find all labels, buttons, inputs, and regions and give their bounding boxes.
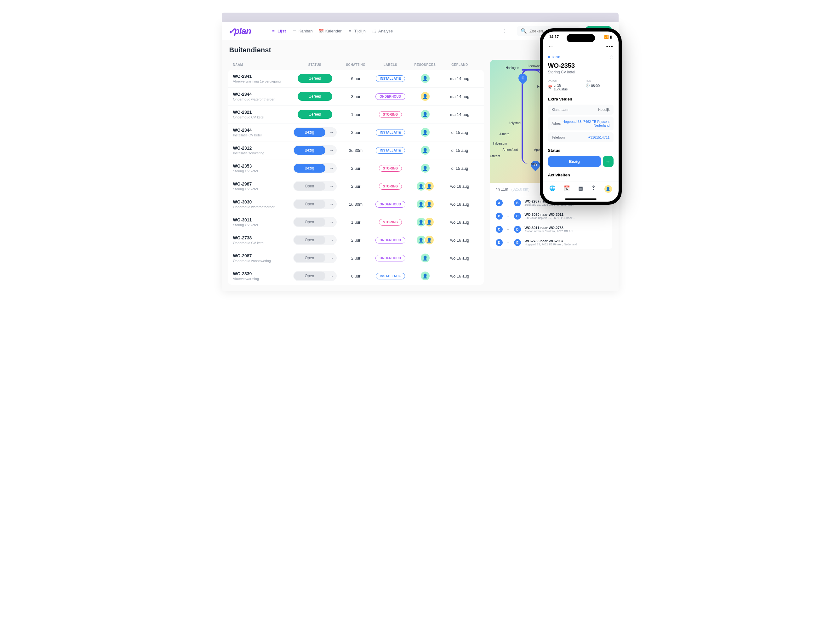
status-advance-icon[interactable]: → (327, 235, 336, 245)
estimate: 2 uur (340, 166, 372, 171)
lijst-icon: ≡ (271, 29, 276, 33)
field-telefoon[interactable]: Telefoon+3161514711 (548, 132, 614, 142)
route-pin-to: E (514, 239, 521, 246)
favorite-icon[interactable]: ☆ (609, 55, 614, 60)
resources: 👤 (409, 109, 441, 119)
status-pill[interactable]: Open (294, 272, 325, 280)
status-advance-icon[interactable]: → (327, 182, 336, 191)
route-leg[interactable]: D→EWO-2738 naar WO-2987Hogepad 83, 7462 … (490, 236, 612, 249)
status-pill[interactable]: Open (294, 254, 325, 262)
status-advance-icon[interactable]: → (327, 146, 336, 155)
avatar: 👤 (420, 109, 430, 119)
status-advance-icon[interactable]: → (327, 272, 336, 280)
tab-grid-icon[interactable]: ▦ (578, 185, 583, 193)
field-klantnaam[interactable]: KlantnaamKoedijk (548, 104, 614, 115)
field-adres[interactable]: AdresHogepad 83, 7462 TB Rijssen, Nederl… (548, 117, 614, 130)
wo-name: WO-2341Vloerverwarming 1e verdieping (233, 74, 290, 83)
tab-globe-icon[interactable]: 🌐 (549, 185, 556, 193)
label-installatie: INSTALLATIE (376, 75, 405, 82)
col-labels: LABELS (372, 63, 409, 66)
label-cell: STORING (372, 165, 409, 172)
status-pill[interactable]: Bezig (294, 146, 325, 155)
wo-name: WO-2339Vloerverwarming (233, 271, 290, 281)
expand-icon[interactable]: ⛶ (502, 26, 512, 36)
status-advance-icon[interactable]: → (327, 200, 336, 208)
tab-kalender[interactable]: 📅Kalender (319, 28, 342, 33)
arrow-icon: → (507, 214, 510, 218)
tab-analyse[interactable]: ⬚Analyse (372, 28, 393, 33)
status-pill[interactable]: Open (294, 200, 325, 208)
avatar: 👤 (424, 217, 434, 227)
planned-date: ma 14 aug (441, 76, 479, 81)
label-onderhoud: ONDERHOUD (376, 255, 405, 261)
table-row[interactable]: WO-2321Onderhoud CV ketelGereed1 uurSTOR… (228, 106, 484, 123)
status-pill[interactable]: Bezig (294, 164, 325, 173)
status-advance-icon[interactable]: → (327, 128, 336, 137)
route-leg[interactable]: B→CWO-3030 naar WO-3011Sint Antoniusplei… (490, 210, 612, 223)
wo-name: WO-2987Onderhoud zonnewering (233, 253, 290, 263)
tab-lijst[interactable]: ≡Lijst (271, 28, 286, 33)
label-installatie: INSTALLATIE (376, 273, 405, 279)
status-pill[interactable]: Gereed (298, 110, 332, 119)
planned-date: di 15 aug (441, 148, 479, 153)
label-installatie: INSTALLATIE (376, 147, 405, 154)
table-row[interactable]: WO-2987Onderhoud zonneweringOpen→2 uurON… (228, 249, 484, 267)
status-next-button[interactable]: → (603, 156, 614, 167)
col-naam: NAAM (233, 63, 290, 66)
label-onderhoud: ONDERHOUD (376, 93, 405, 100)
status-advance-icon[interactable]: → (327, 218, 336, 226)
estimate: 2 uur (340, 184, 372, 189)
tab-avatar[interactable]: 👤 (605, 185, 612, 193)
status-button[interactable]: Bezig (548, 156, 601, 167)
resources: 👤👤 (409, 217, 441, 227)
tab-timer-icon[interactable]: ⏱ (591, 185, 596, 193)
label-storing: STORING (379, 183, 402, 189)
label-storing: STORING (379, 111, 402, 118)
table-row[interactable]: WO-2344Installatie CV ketelBezig→2 uurIN… (228, 123, 484, 141)
clock-icon: 🕐 (586, 84, 590, 88)
col-status: STATUS (290, 63, 340, 66)
table-row[interactable]: WO-2344Onderhoud waterontharderGereed3 u… (228, 88, 484, 106)
table-row[interactable]: WO-2341Vloerverwarming 1e verdiepingGere… (228, 69, 484, 88)
status-cell: Bezig→ (290, 127, 340, 137)
planned-date: wo 16 aug (441, 220, 479, 224)
table-row[interactable]: WO-2312Installatie zonweringBezig→3u 30m… (228, 141, 484, 159)
route-pin-from: D (496, 239, 503, 246)
label-cell: STORING (372, 219, 409, 226)
resources: 👤 (409, 271, 441, 281)
route-leg[interactable]: C→DWO-3011 naar WO-2738Station Arnhem Ce… (490, 223, 612, 236)
status-pill[interactable]: Open (294, 182, 325, 191)
phone-notch (567, 34, 595, 42)
table-row[interactable]: WO-3011Storing CV ketelOpen→1 uurSTORING… (228, 213, 484, 231)
estimate: 1 uur (340, 112, 372, 117)
table-row[interactable]: WO-3030Onderhoud waterontharderOpen→1u 3… (228, 195, 484, 213)
status-pill[interactable]: Gereed (298, 74, 332, 83)
table-row[interactable]: WO-2353Storing CV ketelBezig→2 uurSTORIN… (228, 159, 484, 177)
arrow-icon: → (507, 201, 510, 205)
estimate: 2 uur (340, 130, 372, 135)
table-row[interactable]: WO-2987Storing CV ketelOpen→2 uurSTORING… (228, 177, 484, 195)
resources: 👤 (409, 163, 441, 173)
table-row[interactable]: WO-2738Onderhoud CV ketelOpen→2 uurONDER… (228, 231, 484, 249)
wifi-battery-icon: 📶 ▮ (604, 35, 612, 39)
estimate: 3u 30m (340, 148, 372, 153)
table-row[interactable]: WO-2339VloerverwarmingOpen→6 uurINSTALLA… (228, 267, 484, 285)
back-button[interactable]: ← (548, 43, 554, 50)
status-advance-icon[interactable]: → (327, 164, 336, 173)
tab-tijdlijn[interactable]: ≡Tijdlijn (348, 28, 366, 33)
status-advance-icon[interactable]: → (327, 254, 336, 262)
planned-date: ma 14 aug (441, 94, 479, 99)
tab-calendar-icon[interactable]: 📅 (564, 185, 570, 193)
tab-kanban[interactable]: ▭Kanban (292, 28, 313, 33)
status-pill[interactable]: Bezig (294, 128, 325, 137)
planned-date: di 15 aug (441, 130, 479, 135)
status-pill[interactable]: Open (294, 235, 325, 245)
more-button[interactable]: ••• (606, 44, 614, 49)
status-pill[interactable]: Gereed (298, 92, 332, 101)
wo-name: WO-2353Storing CV ketel (233, 164, 290, 173)
logo: plan (228, 26, 251, 36)
planned-date: wo 16 aug (441, 256, 479, 261)
status-pill[interactable]: Open (294, 218, 325, 226)
planned-date: di 15 aug (441, 166, 479, 171)
label-cell: INSTALLATIE (372, 75, 409, 82)
